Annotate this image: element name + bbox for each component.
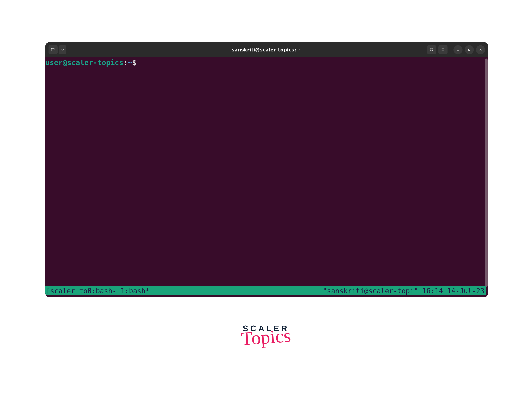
minimize-icon xyxy=(456,48,460,52)
window-title: sanskriti@scaler-topics: ~ xyxy=(45,47,488,53)
maximize-icon xyxy=(468,48,471,51)
prompt-colon: : xyxy=(124,58,128,67)
titlebar: sanskriti@scaler-topics: ~ xyxy=(45,42,488,57)
terminal-window: sanskriti@scaler-topics: ~ xyxy=(45,42,488,297)
watermark-text-topics: Topics xyxy=(240,326,292,348)
tmux-status-bar: [scaler_to0:bash- 1:bash* "sanskriti@sca… xyxy=(45,286,486,295)
svg-point-3 xyxy=(430,48,433,51)
prompt-sigil: $ xyxy=(132,58,136,67)
tmux-status-right: "sanskriti@scaler-topi" 16:14 14-Jul-23 xyxy=(323,287,484,295)
hamburger-icon xyxy=(441,48,445,52)
search-button[interactable] xyxy=(427,45,436,54)
chevron-down-icon xyxy=(61,48,65,52)
titlebar-left-group xyxy=(49,45,66,54)
close-button[interactable] xyxy=(476,45,485,54)
close-icon xyxy=(479,48,482,51)
titlebar-right-group xyxy=(427,45,485,54)
scrollbar-thumb[interactable] xyxy=(485,59,487,287)
new-tab-button[interactable] xyxy=(49,45,58,54)
svg-rect-9 xyxy=(468,49,470,50)
search-icon xyxy=(429,48,434,52)
tab-dropdown-button[interactable] xyxy=(59,45,66,54)
new-tab-icon xyxy=(51,47,55,52)
menu-button[interactable] xyxy=(438,45,447,54)
svg-line-4 xyxy=(433,50,433,51)
tmux-status-left: [scaler_to0:bash- 1:bash* xyxy=(46,287,149,295)
prompt-user-host: user@scaler-topics xyxy=(45,58,124,67)
scrollbar-track[interactable] xyxy=(485,59,487,287)
maximize-button[interactable] xyxy=(465,45,474,54)
watermark-logo: SCALER Topics xyxy=(0,324,532,347)
text-cursor xyxy=(142,59,142,66)
prompt-line: user@scaler-topics:~$ xyxy=(45,57,488,67)
prompt-path: ~ xyxy=(128,58,132,67)
terminal-body[interactable]: user@scaler-topics:~$ [scaler_to0:bash- … xyxy=(45,57,488,297)
minimize-button[interactable] xyxy=(453,45,462,54)
